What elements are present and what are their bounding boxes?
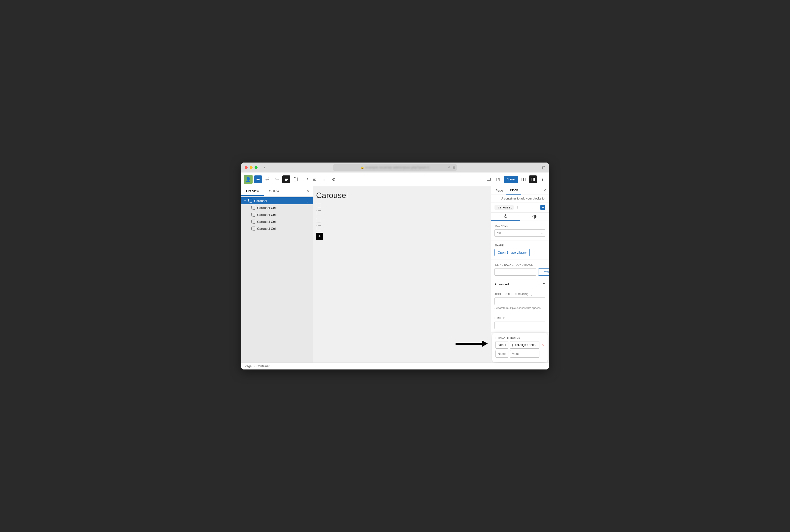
page-title[interactable]: Carousel [316,191,488,200]
tree-item-cell[interactable]: Carousel Cell [241,218,313,225]
tab-block[interactable]: Block [506,186,521,194]
open-shape-library-button[interactable]: Open Shape Library [495,249,530,256]
bg-image-input[interactable] [495,268,536,276]
attr-value-input-empty[interactable] [510,350,539,358]
tree-item-cell[interactable]: Carousel Cell [241,211,313,218]
add-class-button[interactable]: + [540,205,545,210]
tree-label: Carousel Cell [257,227,276,230]
svg-point-4 [324,180,325,181]
svg-point-3 [324,179,325,179]
close-window[interactable] [245,166,248,169]
editor-toolbar: 👤 S [241,172,549,186]
address-bar[interactable]: 🔒 example.local/wp-admin/post.php?post=1… [333,164,457,171]
more-tools[interactable] [320,175,328,183]
settings-panel: Page Block ✕ A container to add your blo… [491,186,549,362]
block-description: A container to add your blocks to. [491,195,549,203]
svg-point-2 [324,178,325,178]
close-list-view[interactable]: ✕ [307,189,310,193]
attr-name-input[interactable] [496,341,508,349]
block-class-chip[interactable]: .carousel [495,205,514,210]
tag-name-select[interactable]: div ⌄ [495,229,545,237]
container-icon [251,206,255,210]
reload-icon[interactable]: ⟳ [448,166,450,169]
traffic-lights [245,166,257,169]
html-id-input[interactable] [495,322,545,329]
browser-back[interactable]: ‹ [264,165,266,170]
carousel-cell-placeholder[interactable] [316,210,321,215]
carousel-cell-placeholder[interactable] [316,203,321,208]
gear-icon [503,214,508,218]
desktop-preview-icon[interactable] [485,175,493,183]
add-block-button[interactable] [254,175,262,183]
close-settings[interactable]: ✕ [543,188,546,193]
container-icon [251,226,255,231]
tree-item-more[interactable]: ⋮ [305,199,311,203]
svg-point-11 [542,178,543,178]
minimize-window[interactable] [250,166,253,169]
tab-list-view[interactable]: List View [241,186,264,196]
tabs-icon[interactable] [541,166,545,170]
settings-panel-toggle[interactable] [529,175,537,183]
carousel-cell-placeholder[interactable] [316,225,321,230]
list-view-panel: List View Outline ✕ ▾ Carousel ⋮ Carouse… [241,186,313,362]
css-classes-input[interactable] [495,298,545,305]
svg-point-13 [542,180,543,181]
maximize-window[interactable] [254,166,257,169]
tab-outline[interactable]: Outline [264,186,284,196]
tree-item-carousel[interactable]: ▾ Carousel ⋮ [241,197,313,204]
container-icon [251,220,255,224]
class-more[interactable]: ⋮ [515,206,520,209]
tree-item-cell[interactable]: Carousel Cell [241,204,313,211]
label-tag-name: TAG NAME [495,224,545,227]
carousel-cell-placeholder[interactable] [316,218,321,223]
editor-canvas[interactable]: Carousel + [313,186,491,362]
site-avatar[interactable]: 👤 [244,175,253,184]
html-attributes-section: HTML ATTRIBUTES ✕ [493,334,547,362]
svg-point-14 [505,215,506,217]
crumb-page[interactable]: Page [245,364,252,368]
save-button[interactable]: Save [504,176,518,183]
svg-point-12 [542,179,543,179]
svg-rect-8 [523,178,525,181]
breadcrumb: Page › Container [241,362,549,369]
tool-select[interactable] [292,175,300,183]
collapse-toolbar[interactable] [329,175,338,183]
styles-tab[interactable] [520,213,549,221]
svg-rect-1 [543,167,545,169]
attr-value-input[interactable] [510,341,539,349]
address-blurred: example.local/wp-admin/post.php?post=1 [365,166,429,169]
css-classes-help: Separate multiple classes with spaces. [495,306,545,309]
tree-label: Carousel Cell [257,206,276,210]
tab-page[interactable]: Page [492,186,506,194]
annotation-arrow [456,342,488,346]
external-preview-icon[interactable] [494,175,502,183]
label-html-id: HTML ID [495,317,545,320]
undo-button[interactable] [264,175,271,183]
chevron-down-icon: ⌄ [540,231,543,235]
tag-name-value: div [497,231,501,235]
list-view-toggle[interactable] [282,175,290,183]
reader-icon[interactable]: ⊟ [452,166,455,169]
chevron-down-icon[interactable]: ▾ [243,200,247,202]
label-html-attrs: HTML ATTRIBUTES [496,336,544,339]
redo-button[interactable] [273,175,281,183]
label-bg-image: INLINE BACKGROUND IMAGE [495,263,545,266]
tree-label: Carousel Cell [257,213,276,216]
svg-rect-10 [534,178,535,181]
advanced-toggle[interactable]: Advanced ⌃ [491,279,549,289]
tool-frame[interactable] [301,175,309,183]
titlebar: ‹ 🔒 example.local/wp-admin/post.php?post… [241,163,549,172]
tree-item-cell[interactable]: Carousel Cell [241,225,313,232]
browse-button[interactable]: Browse [538,268,549,276]
styles-icon[interactable] [520,175,527,183]
settings-tab[interactable] [491,213,520,221]
canvas-add-block[interactable]: + [316,233,323,240]
tree-label: Carousel Cell [257,220,276,224]
more-menu[interactable] [538,175,546,183]
tool-align[interactable] [311,175,319,183]
attr-name-input-empty[interactable] [496,350,508,358]
crumb-separator: › [254,364,254,368]
attr-delete-button[interactable]: ✕ [541,343,544,347]
label-shape: SHAPE [495,244,545,247]
crumb-container[interactable]: Container [256,364,269,368]
